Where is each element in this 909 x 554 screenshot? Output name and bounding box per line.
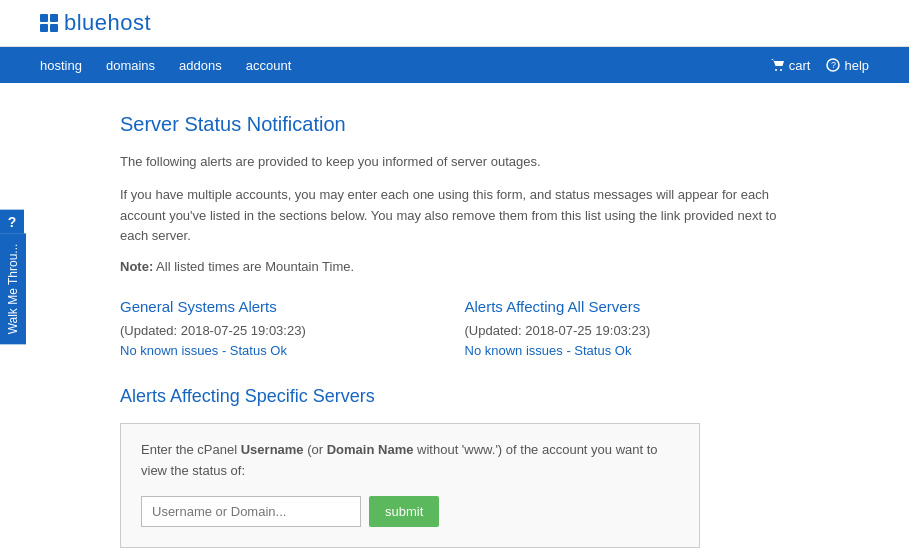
intro-text-2: If you have multiple accounts, you may e… [120, 185, 789, 247]
nav-right: cart ? help [771, 58, 869, 73]
note-label: Note: [120, 259, 153, 274]
nav-account[interactable]: account [246, 58, 292, 73]
specific-servers-desc: Enter the cPanel Username (or Domain Nam… [141, 440, 679, 482]
submit-button[interactable]: submit [369, 496, 439, 527]
walk-me-question-icon: ? [0, 210, 24, 234]
all-servers-alerts-section: Alerts Affecting All Servers (Updated: 2… [465, 298, 790, 358]
nav-domains[interactable]: domains [106, 58, 155, 73]
username-bold: Username [241, 442, 304, 457]
nav-links: hosting domains addons account [40, 58, 291, 73]
input-row: submit [141, 496, 679, 527]
specific-servers-input-box: Enter the cPanel Username (or Domain Nam… [120, 423, 700, 548]
alerts-grid: General Systems Alerts (Updated: 2018-07… [120, 298, 789, 358]
logo-grid-icon [40, 14, 58, 32]
general-alerts-updated: (Updated: 2018-07-25 19:03:23) [120, 323, 445, 338]
intro-text-1: The following alerts are provided to kee… [120, 152, 789, 173]
note-text: Note: All listed times are Mountain Time… [120, 259, 789, 274]
svg-text:?: ? [831, 60, 836, 70]
username-domain-input[interactable] [141, 496, 361, 527]
general-alerts-section: General Systems Alerts (Updated: 2018-07… [120, 298, 445, 358]
nav-addons[interactable]: addons [179, 58, 222, 73]
nav-bar: hosting domains addons account cart ? he… [0, 47, 909, 83]
all-servers-status[interactable]: No known issues - Status Ok [465, 343, 632, 358]
domain-bold: Domain Name [327, 442, 414, 457]
svg-point-1 [780, 69, 782, 71]
nav-hosting[interactable]: hosting [40, 58, 82, 73]
svg-point-0 [775, 69, 777, 71]
logo-area: bluehost [40, 10, 151, 36]
general-alerts-title: General Systems Alerts [120, 298, 445, 315]
specific-servers-title: Alerts Affecting Specific Servers [120, 386, 789, 407]
cart-label: cart [789, 58, 811, 73]
walk-me-button[interactable]: Walk Me Throu... [0, 234, 26, 345]
logo-text: bluehost [64, 10, 151, 36]
all-servers-title: Alerts Affecting All Servers [465, 298, 790, 315]
walk-me-through[interactable]: ? Walk Me Throu... [0, 210, 26, 345]
all-servers-updated: (Updated: 2018-07-25 19:03:23) [465, 323, 790, 338]
top-bar: bluehost [0, 0, 909, 47]
cart-icon[interactable]: cart [771, 58, 811, 73]
help-icon[interactable]: ? help [826, 58, 869, 73]
page-title: Server Status Notification [120, 113, 789, 136]
help-label: help [844, 58, 869, 73]
main-content: Server Status Notification The following… [0, 83, 909, 554]
general-alerts-status[interactable]: No known issues - Status Ok [120, 343, 287, 358]
